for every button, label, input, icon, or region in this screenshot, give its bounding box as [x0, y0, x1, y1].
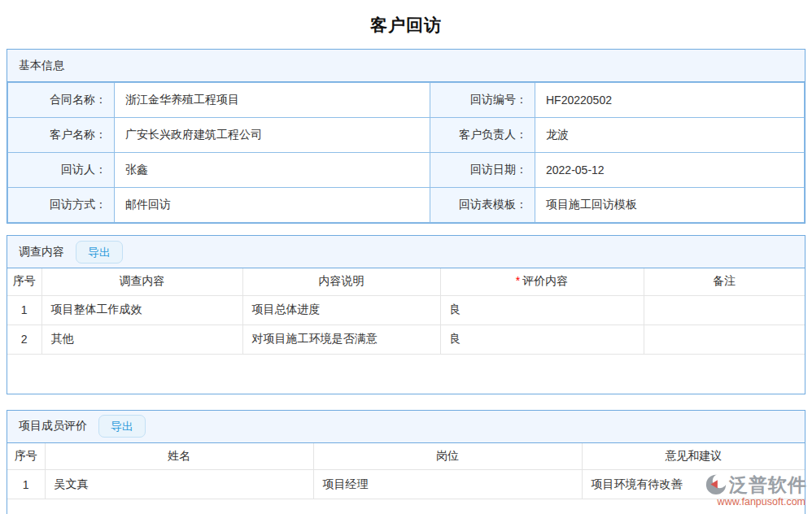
customer-name-label: 客户名称： [8, 118, 115, 153]
members-col-position: 岗位 [313, 443, 582, 470]
survey-remark-cell [644, 295, 805, 325]
survey-col-index: 序号 [7, 268, 41, 295]
member-name-cell: 吴文真 [45, 470, 313, 499]
survey-table: 序号 调查内容 内容说明 *评价内容 备注 1 项目整体工作成效 项目总体进度 … [7, 268, 805, 355]
table-row: 2 其他 对项目施工环境是否满意 良 [7, 325, 805, 354]
survey-empty-area [7, 355, 805, 394]
visit-template-label: 回访表模板： [430, 188, 535, 223]
customer-owner-value: 龙波 [535, 118, 805, 153]
member-position-cell: 项目经理 [313, 470, 582, 499]
survey-header-row: 序号 调查内容 内容说明 *评价内容 备注 [7, 268, 805, 295]
survey-evaluation-cell: 良 [440, 325, 644, 354]
basic-info-section-title: 基本信息 [19, 59, 64, 73]
members-table: 序号 姓名 岗位 意见和建议 1 吴文真 项目经理 项目环境有待改善 [7, 443, 805, 500]
basic-info-row: 回访方式： 邮件回访 回访表模板： 项目施工回访模板 [8, 188, 805, 223]
survey-col-remark: 备注 [644, 268, 805, 295]
survey-content-cell: 其他 [41, 325, 242, 354]
survey-col-description: 内容说明 [242, 268, 440, 295]
row-index: 2 [7, 325, 41, 354]
survey-col-evaluation: *评价内容 [440, 268, 644, 295]
survey-evaluation-cell: 良 [440, 295, 644, 325]
visit-template-value: 项目施工回访模板 [535, 188, 805, 223]
members-export-button[interactable]: 导出 [98, 415, 146, 438]
basic-info-row: 合同名称： 浙江金华养殖工程项目 回访编号： HF20220502 [8, 83, 805, 118]
survey-description-cell: 项目总体进度 [242, 295, 440, 325]
members-col-suggestion: 意见和建议 [582, 443, 805, 470]
visit-method-label: 回访方式： [8, 188, 115, 223]
customer-name-value: 广安长兴政府建筑工程公司 [115, 118, 430, 153]
row-index: 1 [7, 295, 41, 325]
members-empty-area [7, 499, 805, 514]
required-asterisk: * [516, 274, 520, 287]
survey-content-cell: 项目整体工作成效 [41, 295, 242, 325]
survey-section: 调查内容 导出 序号 调查内容 内容说明 *评价内容 备注 1 项目整体工作成效… [7, 235, 805, 394]
basic-info-row: 客户名称： 广安长兴政府建筑工程公司 客户负责人： 龙波 [8, 118, 805, 153]
page-title: 客户回访 [0, 0, 812, 49]
members-section-header: 项目成员评价 导出 [7, 411, 805, 443]
survey-section-header: 调查内容 导出 [7, 236, 805, 268]
survey-export-button[interactable]: 导出 [76, 241, 123, 264]
visit-number-label: 回访编号： [430, 83, 535, 118]
basic-info-section: 基本信息 合同名称： 浙江金华养殖工程项目 回访编号： HF20220502 客… [7, 49, 805, 224]
basic-info-section-header: 基本信息 [7, 50, 805, 82]
table-row: 1 吴文真 项目经理 项目环境有待改善 [7, 470, 805, 499]
contract-name-value: 浙江金华养殖工程项目 [115, 83, 430, 118]
visit-method-value: 邮件回访 [115, 188, 430, 223]
customer-owner-label: 客户负责人： [430, 118, 535, 153]
visit-date-value: 2022-05-12 [535, 153, 805, 188]
visitor-label: 回访人： [8, 153, 115, 188]
members-header-row: 序号 姓名 岗位 意见和建议 [7, 443, 805, 470]
visitor-value: 张鑫 [115, 153, 430, 188]
survey-description-cell: 对项目施工环境是否满意 [242, 325, 440, 354]
visit-number-value: HF20220502 [535, 83, 805, 118]
survey-remark-cell [644, 325, 805, 354]
survey-section-title: 调查内容 [19, 245, 64, 259]
members-section-title: 项目成员评价 [19, 419, 87, 433]
row-index: 1 [7, 470, 45, 499]
members-col-name: 姓名 [45, 443, 313, 470]
contract-name-label: 合同名称： [8, 83, 115, 118]
member-suggestion-cell: 项目环境有待改善 [582, 470, 805, 499]
visit-date-label: 回访日期： [430, 153, 535, 188]
basic-info-table: 合同名称： 浙江金华养殖工程项目 回访编号： HF20220502 客户名称： … [7, 82, 805, 223]
basic-info-row: 回访人： 张鑫 回访日期： 2022-05-12 [8, 153, 805, 188]
members-col-index: 序号 [7, 443, 45, 470]
members-section: 项目成员评价 导出 序号 姓名 岗位 意见和建议 1 吴文真 项目经理 项目环境… [7, 410, 805, 514]
table-row: 1 项目整体工作成效 项目总体进度 良 [7, 295, 805, 325]
survey-col-content: 调查内容 [41, 268, 242, 295]
